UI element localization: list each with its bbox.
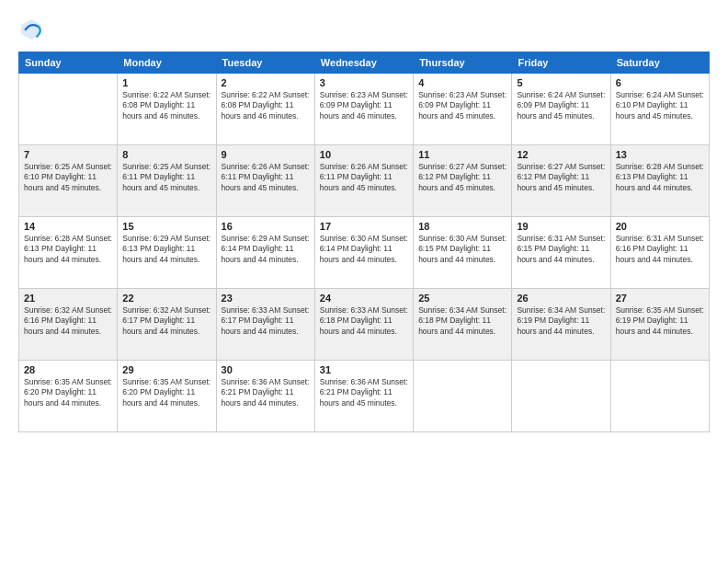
calendar-cell	[512, 361, 610, 432]
day-info: Sunrise: 6:25 AM Sunset: 6:10 PM Dayligh…	[24, 162, 112, 193]
day-number: 23	[222, 293, 310, 304]
calendar-cell: 23Sunrise: 6:33 AM Sunset: 6:17 PM Dayli…	[216, 289, 314, 361]
day-number: 21	[24, 293, 112, 304]
day-info: Sunrise: 6:23 AM Sunset: 6:09 PM Dayligh…	[320, 90, 408, 121]
day-number: 13	[616, 149, 704, 160]
day-number: 11	[418, 149, 506, 160]
day-number: 4	[418, 77, 506, 88]
calendar-cell: 16Sunrise: 6:29 AM Sunset: 6:14 PM Dayli…	[216, 217, 314, 289]
calendar-cell: 9Sunrise: 6:26 AM Sunset: 6:11 PM Daylig…	[216, 145, 314, 217]
calendar-row-4: 21Sunrise: 6:32 AM Sunset: 6:16 PM Dayli…	[19, 289, 710, 361]
logo	[18, 17, 48, 42]
day-info: Sunrise: 6:35 AM Sunset: 6:20 PM Dayligh…	[122, 377, 210, 408]
day-info: Sunrise: 6:32 AM Sunset: 6:16 PM Dayligh…	[24, 305, 112, 337]
calendar-cell	[414, 361, 512, 432]
day-info: Sunrise: 6:36 AM Sunset: 6:21 PM Dayligh…	[320, 377, 408, 408]
day-info: Sunrise: 6:27 AM Sunset: 6:12 PM Dayligh…	[418, 162, 506, 193]
day-info: Sunrise: 6:35 AM Sunset: 6:20 PM Dayligh…	[24, 377, 112, 408]
calendar-header-wednesday: Wednesday	[314, 52, 413, 74]
calendar-cell: 20Sunrise: 6:31 AM Sunset: 6:16 PM Dayli…	[610, 217, 709, 289]
day-number: 28	[24, 364, 112, 375]
day-number: 29	[122, 364, 210, 375]
day-number: 3	[320, 77, 408, 88]
calendar-table: SundayMondayTuesdayWednesdayThursdayFrid…	[18, 52, 710, 432]
calendar-cell: 25Sunrise: 6:34 AM Sunset: 6:18 PM Dayli…	[414, 289, 512, 361]
day-number: 5	[517, 77, 605, 88]
calendar-cell: 29Sunrise: 6:35 AM Sunset: 6:20 PM Dayli…	[118, 361, 216, 432]
day-number: 20	[616, 221, 704, 232]
day-info: Sunrise: 6:34 AM Sunset: 6:19 PM Dayligh…	[517, 305, 605, 337]
calendar-cell: 17Sunrise: 6:30 AM Sunset: 6:14 PM Dayli…	[314, 217, 413, 289]
calendar-cell	[610, 361, 709, 432]
calendar-cell: 12Sunrise: 6:27 AM Sunset: 6:12 PM Dayli…	[512, 145, 610, 217]
calendar-header-saturday: Saturday	[610, 52, 709, 74]
day-info: Sunrise: 6:28 AM Sunset: 6:13 PM Dayligh…	[616, 162, 704, 193]
calendar-cell: 1Sunrise: 6:22 AM Sunset: 6:08 PM Daylig…	[118, 74, 216, 145]
day-info: Sunrise: 6:22 AM Sunset: 6:08 PM Dayligh…	[122, 90, 210, 121]
calendar-cell: 13Sunrise: 6:28 AM Sunset: 6:13 PM Dayli…	[610, 145, 709, 217]
calendar-header-thursday: Thursday	[414, 52, 512, 74]
day-info: Sunrise: 6:26 AM Sunset: 6:11 PM Dayligh…	[320, 162, 408, 193]
calendar-cell: 7Sunrise: 6:25 AM Sunset: 6:10 PM Daylig…	[19, 145, 118, 217]
day-info: Sunrise: 6:33 AM Sunset: 6:17 PM Dayligh…	[222, 305, 310, 337]
day-info: Sunrise: 6:29 AM Sunset: 6:13 PM Dayligh…	[122, 234, 210, 265]
calendar-cell: 5Sunrise: 6:24 AM Sunset: 6:09 PM Daylig…	[512, 74, 610, 145]
day-number: 1	[122, 77, 210, 88]
calendar-cell: 22Sunrise: 6:32 AM Sunset: 6:17 PM Dayli…	[118, 289, 216, 361]
calendar-cell: 28Sunrise: 6:35 AM Sunset: 6:20 PM Dayli…	[19, 361, 118, 432]
calendar-cell: 4Sunrise: 6:23 AM Sunset: 6:09 PM Daylig…	[414, 74, 512, 145]
day-number: 10	[320, 149, 408, 160]
day-info: Sunrise: 6:36 AM Sunset: 6:21 PM Dayligh…	[222, 377, 310, 408]
day-number: 19	[517, 221, 605, 232]
calendar-header-sunday: Sunday	[19, 52, 118, 74]
day-info: Sunrise: 6:24 AM Sunset: 6:10 PM Dayligh…	[616, 90, 704, 121]
calendar-cell: 15Sunrise: 6:29 AM Sunset: 6:13 PM Dayli…	[118, 217, 216, 289]
day-info: Sunrise: 6:29 AM Sunset: 6:14 PM Dayligh…	[222, 234, 310, 265]
day-number: 31	[320, 364, 408, 375]
day-number: 27	[616, 293, 704, 304]
calendar-cell: 10Sunrise: 6:26 AM Sunset: 6:11 PM Dayli…	[314, 145, 413, 217]
calendar-row-5: 28Sunrise: 6:35 AM Sunset: 6:20 PM Dayli…	[19, 361, 710, 432]
calendar-cell: 31Sunrise: 6:36 AM Sunset: 6:21 PM Dayli…	[314, 361, 413, 432]
calendar-cell: 18Sunrise: 6:30 AM Sunset: 6:15 PM Dayli…	[414, 217, 512, 289]
day-info: Sunrise: 6:31 AM Sunset: 6:15 PM Dayligh…	[517, 234, 605, 265]
day-info: Sunrise: 6:22 AM Sunset: 6:08 PM Dayligh…	[222, 90, 310, 121]
page: SundayMondayTuesdayWednesdayThursdayFrid…	[0, 0, 728, 563]
calendar-cell: 6Sunrise: 6:24 AM Sunset: 6:10 PM Daylig…	[610, 74, 709, 145]
calendar-cell	[19, 74, 118, 145]
calendar-cell: 27Sunrise: 6:35 AM Sunset: 6:19 PM Dayli…	[610, 289, 709, 361]
calendar-header-tuesday: Tuesday	[216, 52, 314, 74]
day-info: Sunrise: 6:32 AM Sunset: 6:17 PM Dayligh…	[122, 305, 210, 337]
header	[18, 17, 710, 42]
day-info: Sunrise: 6:28 AM Sunset: 6:13 PM Dayligh…	[24, 234, 112, 265]
day-number: 25	[418, 293, 506, 304]
calendar-header-row: SundayMondayTuesdayWednesdayThursdayFrid…	[19, 52, 710, 74]
day-number: 8	[122, 149, 210, 160]
day-info: Sunrise: 6:30 AM Sunset: 6:15 PM Dayligh…	[418, 234, 506, 265]
day-number: 18	[418, 221, 506, 232]
calendar-cell: 24Sunrise: 6:33 AM Sunset: 6:18 PM Dayli…	[314, 289, 413, 361]
day-number: 26	[517, 293, 605, 304]
day-number: 12	[517, 149, 605, 160]
calendar-row-1: 1Sunrise: 6:22 AM Sunset: 6:08 PM Daylig…	[19, 74, 710, 145]
day-info: Sunrise: 6:33 AM Sunset: 6:18 PM Dayligh…	[320, 305, 408, 337]
day-info: Sunrise: 6:31 AM Sunset: 6:16 PM Dayligh…	[616, 234, 704, 265]
day-info: Sunrise: 6:27 AM Sunset: 6:12 PM Dayligh…	[517, 162, 605, 193]
day-info: Sunrise: 6:35 AM Sunset: 6:19 PM Dayligh…	[616, 305, 704, 337]
calendar-cell: 8Sunrise: 6:25 AM Sunset: 6:11 PM Daylig…	[118, 145, 216, 217]
calendar-cell: 30Sunrise: 6:36 AM Sunset: 6:21 PM Dayli…	[216, 361, 314, 432]
calendar-cell: 19Sunrise: 6:31 AM Sunset: 6:15 PM Dayli…	[512, 217, 610, 289]
day-info: Sunrise: 6:24 AM Sunset: 6:09 PM Dayligh…	[517, 90, 605, 121]
logo-icon	[18, 17, 44, 42]
day-number: 9	[222, 149, 310, 160]
calendar-cell: 11Sunrise: 6:27 AM Sunset: 6:12 PM Dayli…	[414, 145, 512, 217]
day-number: 2	[222, 77, 310, 88]
calendar-header-monday: Monday	[118, 52, 216, 74]
day-number: 15	[122, 221, 210, 232]
day-info: Sunrise: 6:34 AM Sunset: 6:18 PM Dayligh…	[418, 305, 506, 337]
day-info: Sunrise: 6:26 AM Sunset: 6:11 PM Dayligh…	[222, 162, 310, 193]
day-number: 17	[320, 221, 408, 232]
day-info: Sunrise: 6:25 AM Sunset: 6:11 PM Dayligh…	[122, 162, 210, 193]
calendar-cell: 2Sunrise: 6:22 AM Sunset: 6:08 PM Daylig…	[216, 74, 314, 145]
calendar-cell: 26Sunrise: 6:34 AM Sunset: 6:19 PM Dayli…	[512, 289, 610, 361]
